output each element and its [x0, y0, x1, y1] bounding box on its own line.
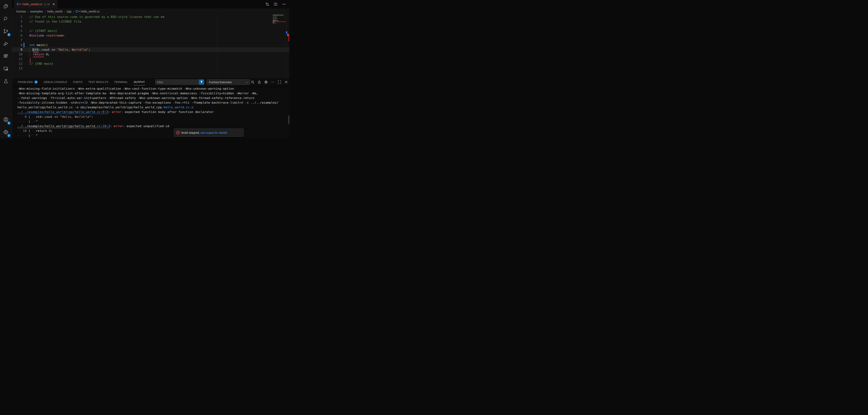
code-line[interactable]: 11} — [12, 57, 289, 61]
breadcrumb-item[interactable]: C++hello_world.cc — [76, 10, 100, 13]
code-text: // found in the LICENSE file. — [29, 19, 83, 24]
code-line[interactable]: 8int main() — [12, 43, 289, 47]
panel-header: PROBLEMS3DEBUG CONSOLEPORTSTEST RESULTST… — [12, 77, 289, 86]
overview-ruler[interactable] — [286, 14, 289, 77]
tab-problems-modified-badge: 3, M — [44, 3, 50, 6]
output-channel-select[interactable]: Fuchsia Extension ⌄ — [207, 79, 250, 85]
settings-gear-icon[interactable]: 1 — [0, 126, 12, 138]
output-line: ······|···^ — [12, 133, 289, 138]
run-debug-icon[interactable] — [0, 37, 12, 50]
code-text: ··std::cout << "Hello, World!\n"; — [29, 47, 90, 52]
error-circle-icon: ✕ — [176, 131, 180, 134]
breadcrumb-item[interactable]: hello_world — [47, 10, 62, 13]
output-line: ····9 | ··std::cout << "Hello, World!\n"… — [12, 115, 289, 119]
gutter-margin — [22, 66, 29, 71]
accounts-icon[interactable]: 2 — [0, 114, 12, 126]
notification-toast[interactable]: ✕ Build stopped, see output for details — [174, 128, 244, 137]
panel-tab-problems[interactable]: PROBLEMS3 — [18, 77, 38, 86]
split-editor-icon[interactable] — [274, 2, 278, 6]
chevron-down-icon: ⌄ — [246, 81, 248, 84]
line-number: 3 — [12, 19, 22, 24]
close-panel-icon[interactable] — [284, 80, 288, 84]
cpp-file-icon: C++ — [76, 10, 80, 13]
clear-output-icon[interactable] — [251, 80, 254, 84]
gutter-modified-indicator — [23, 42, 25, 47]
test-beaker-icon[interactable] — [0, 75, 12, 88]
bottom-panel: PROBLEMS3DEBUG CONSOLEPORTSTEST RESULTST… — [12, 77, 289, 138]
code-line[interactable]: 9··std::cout << "Hello, World!\n"; — [12, 47, 289, 52]
code-line[interactable]: 4 — [12, 24, 289, 29]
more-actions-icon[interactable] — [282, 2, 286, 6]
line-number: 10 — [12, 52, 22, 57]
line-number: 2 — [12, 14, 22, 19]
ellipsis-icon[interactable] — [271, 80, 274, 84]
line-number: 4 — [12, 24, 22, 29]
code-text: } — [29, 57, 31, 61]
line-number: 11 — [12, 57, 22, 61]
tab-file-label: hello_world.cc — [22, 2, 42, 6]
remote-explorer-icon[interactable] — [0, 62, 12, 75]
gutter-margin — [22, 14, 29, 19]
breadcrumb-item[interactable]: fuchsia — [17, 10, 26, 13]
minimap[interactable] — [273, 14, 286, 77]
vscode-window: 4 2 1 C++ hello_world.cc 3, M ✕ — [0, 0, 289, 138]
search-icon[interactable] — [0, 12, 12, 25]
breadcrumb-item[interactable]: cpp — [67, 10, 71, 13]
unlock-icon[interactable] — [257, 80, 261, 84]
code-line[interactable]: 5// [START main] — [12, 29, 289, 33]
gear-icon[interactable] — [264, 80, 268, 84]
notification-link[interactable]: see output for details — [200, 131, 227, 134]
cpp-file-icon: C++ — [17, 3, 21, 6]
tab-hello-world-cc[interactable]: C++ hello_world.cc 3, M ✕ — [14, 0, 58, 8]
overview-modified-mark — [286, 31, 287, 34]
output-line: -Wno-missing-template-arg-list-after-tem… — [12, 91, 289, 96]
gutter-margin — [22, 19, 29, 24]
editor-column-ruler — [217, 14, 218, 77]
code-line[interactable]: 10··return 0; — [12, 52, 289, 57]
breadcrumb-item[interactable]: examples — [30, 10, 43, 13]
explorer-icon[interactable] — [0, 0, 12, 12]
panel-tab-output[interactable]: OUTPUT — [134, 77, 145, 86]
code-line[interactable]: 2// Use of this source code is governed … — [12, 14, 289, 19]
maximize-panel-icon[interactable] — [278, 80, 281, 84]
panel-scrollbar-thumb[interactable] — [288, 116, 289, 124]
output-log[interactable]: -Wno-missing-field-initializers -Wno-ext… — [12, 86, 289, 138]
panel-tab-debug-console[interactable]: DEBUG CONSOLE — [43, 77, 67, 86]
source-control-badge: 4 — [7, 33, 11, 36]
sync-changes-icon[interactable] — [265, 2, 269, 6]
line-number: 7 — [12, 38, 22, 42]
source-control-icon[interactable]: 4 — [0, 25, 12, 37]
gutter-margin — [22, 52, 29, 57]
code-editor[interactable]: 2// Use of this source code is governed … — [12, 14, 289, 77]
line-number: 5 — [12, 29, 22, 33]
accounts-badge: 2 — [7, 121, 11, 125]
filter-icon[interactable] — [199, 79, 204, 85]
close-tab-icon[interactable]: ✕ — [52, 2, 56, 6]
panel-tab-test-results[interactable]: TEST RESULTS — [88, 77, 108, 86]
code-text: int main() — [29, 43, 48, 47]
breadcrumb: fuchsia›examples›hello_world›cpp›C++hell… — [12, 8, 289, 14]
code-text: // [START main] — [29, 29, 57, 33]
code-line[interactable]: 13 — [12, 66, 289, 71]
code-line[interactable]: 7 — [12, 38, 289, 42]
problems-badge: 3 — [34, 81, 38, 84]
code-text: #include <iostream> — [29, 33, 64, 38]
code-line[interactable]: 12// [END main] — [12, 61, 289, 66]
notification-message: Build stopped, see output for details — [181, 131, 227, 134]
panel-tab-terminal[interactable]: TERMINAL — [114, 77, 128, 86]
gutter-margin — [22, 33, 29, 38]
breadcrumb-separator: › — [28, 10, 29, 13]
code-line[interactable]: 3// found in the LICENSE file. — [12, 19, 289, 24]
tab-bar: C++ hello_world.cc 3, M ✕ — [12, 0, 289, 8]
gutter-margin — [22, 47, 29, 52]
extensions-icon[interactable] — [0, 50, 12, 62]
panel-tab-ports[interactable]: PORTS — [73, 77, 82, 86]
output-line: ../../examples/hello_world/cpp/hello_wor… — [12, 109, 289, 114]
filter-input[interactable] — [155, 81, 199, 84]
code-line[interactable]: 6#include <iostream> — [12, 33, 289, 38]
gutter-margin — [22, 24, 29, 29]
output-line: -Wno-missing-field-initializers -Wno-ext… — [12, 86, 289, 91]
line-number: 9 — [12, 47, 22, 52]
output-line: --fatal-warnings -ftrivial-auto-var-init… — [12, 96, 289, 100]
output-line: ../../examples/hello_world/cpp/hello_wor… — [12, 124, 289, 128]
